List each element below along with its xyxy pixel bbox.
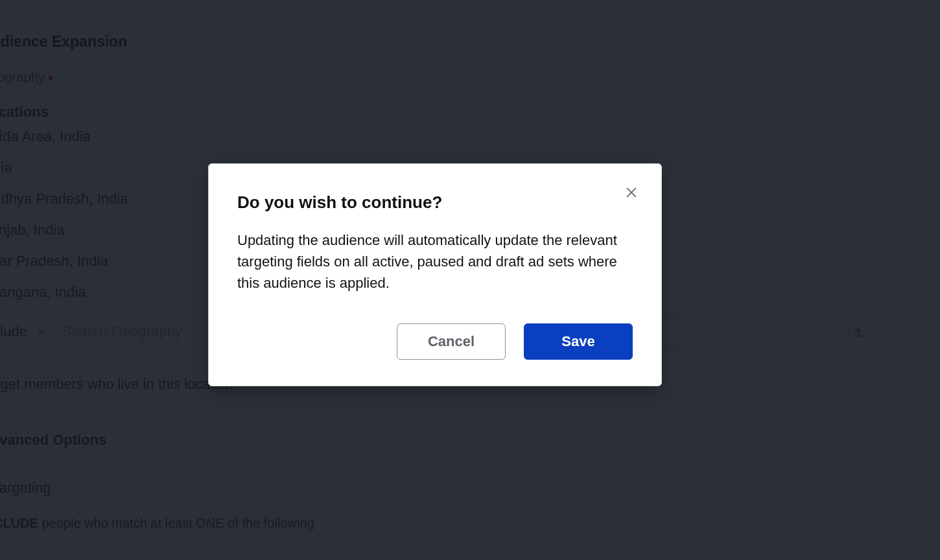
cancel-button[interactable]: Cancel (397, 323, 506, 360)
confirm-continue-modal: Do you wish to continue? Updating the au… (208, 163, 662, 386)
close-icon (624, 185, 639, 200)
modal-title: Do you wish to continue? (237, 192, 633, 213)
close-button[interactable] (621, 182, 642, 203)
save-button[interactable]: Save (524, 323, 633, 360)
modal-actions: Cancel Save (237, 323, 633, 360)
modal-body-text: Updating the audience will automatically… (237, 229, 633, 294)
